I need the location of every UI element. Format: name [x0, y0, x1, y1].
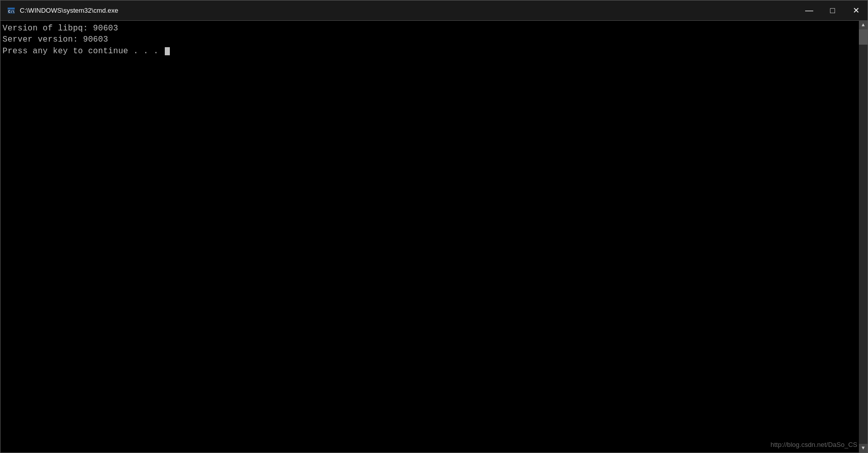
svg-rect-2 [8, 8, 15, 9]
terminal-output: Version of libpq: 90603 Server version: … [1, 21, 859, 59]
scrollbar[interactable]: ▲ ▼ [859, 21, 867, 452]
svg-text:C:\: C:\ [8, 10, 15, 14]
terminal-body[interactable]: Version of libpq: 90603 Server version: … [1, 21, 867, 452]
terminal-line-1: Version of libpq: 90603 [3, 23, 857, 34]
cmd-icon: C:\ [7, 6, 16, 15]
titlebar: C:\ C:\WINDOWS\system32\cmd.exe — □ ✕ [1, 1, 867, 21]
terminal-line-3: Press any key to continue . . . [3, 46, 857, 57]
scrollbar-thumb[interactable] [859, 29, 867, 45]
watermark-text: http://blog.csdn.net/DaSo_CS [771, 441, 857, 448]
scroll-up-arrow[interactable]: ▲ [859, 21, 867, 29]
minimize-button[interactable]: — [798, 1, 821, 21]
window-title: C:\WINDOWS\system32\cmd.exe [20, 7, 118, 14]
window-controls: — □ ✕ [798, 1, 867, 20]
close-button[interactable]: ✕ [844, 1, 867, 21]
scrollbar-track[interactable] [859, 29, 867, 444]
terminal-cursor [165, 47, 170, 55]
cmd-window: C:\ C:\WINDOWS\system32\cmd.exe — □ ✕ Ve… [0, 0, 868, 453]
scroll-down-arrow[interactable]: ▼ [859, 444, 867, 452]
terminal-line-2: Server version: 90603 [3, 34, 857, 45]
maximize-button[interactable]: □ [821, 1, 844, 21]
press-any-key-text: Press any key to continue . . . [3, 47, 164, 56]
